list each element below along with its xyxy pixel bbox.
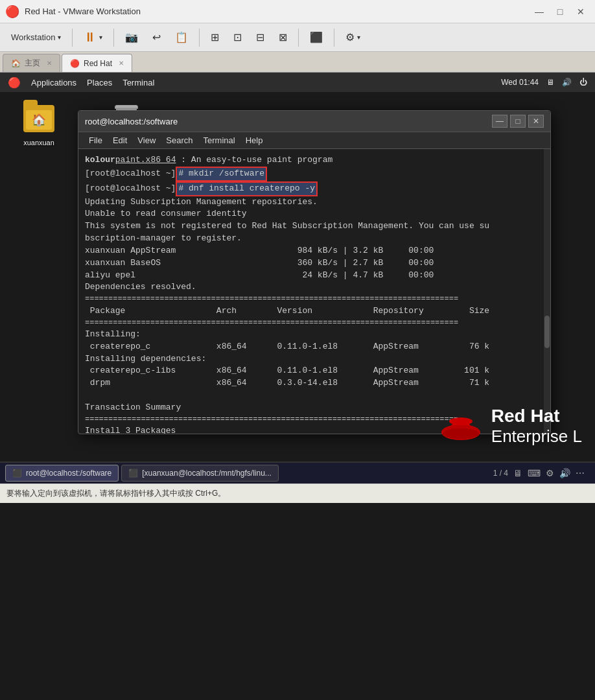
close-button[interactable]: ✕ <box>572 5 590 18</box>
terminal-search-menu[interactable]: Search <box>161 134 198 147</box>
terminal-file-menu[interactable]: File <box>84 134 108 147</box>
gnome-bar: 🔴 Applications Places Terminal Wed 01:44… <box>0 73 595 92</box>
redhat-tab-icon: 🔴 <box>70 59 80 68</box>
terminal-line-4: Unable to read consumer identity <box>85 208 544 220</box>
desktop-icon-xuanxuan[interactable]: 🏠 xuanxuan <box>13 101 65 150</box>
workstation-menu[interactable]: Workstation ▾ <box>5 29 67 45</box>
taskbar-item-xuanxuan[interactable]: ⬛ [xuanxuan@localhost:/mnt/hgfs/linu... <box>121 465 279 482</box>
gnome-bar-right: Wed 01:44 🖥 🔊 ⏻ <box>501 78 587 87</box>
terminal-line-7: xuanxuan AppStream 984 kB/s | 3.2 kB 00:… <box>85 245 544 257</box>
terminal-close-btn[interactable]: ✕ <box>528 115 544 128</box>
terminal-help-menu[interactable]: Help <box>240 134 268 147</box>
minimize-button[interactable]: — <box>530 5 548 18</box>
taskbar-item-root[interactable]: ⬛ root@localhost:/software <box>5 465 119 482</box>
terminal-title: root@localhost:/software <box>85 117 178 126</box>
titlebar: 🔴 Red Hat - VMware Workstation — □ ✕ <box>0 0 595 23</box>
tray-icon-network: 🖥 <box>513 468 522 478</box>
power-icon[interactable]: ⏻ <box>579 78 587 87</box>
terminal-window: root@localhost:/software — □ ✕ File Edit… <box>78 110 551 434</box>
pause-dropdown-icon: ▾ <box>99 34 102 41</box>
terminal-terminal-menu[interactable]: Terminal <box>198 134 240 147</box>
terminal-icon: ⬛ <box>310 31 323 43</box>
taskbar-root-label: root@localhost:/software <box>26 469 111 478</box>
toolbar-separator-3 <box>199 29 200 47</box>
home-tab-label: 主页 <box>25 58 40 69</box>
terminal-line-9: aliyu epel 24 kB/s | 4.7 kB 00:00 <box>85 270 544 282</box>
workstation-label: Workstation <box>11 32 55 42</box>
folder-home-icon: 🏠 <box>32 113 46 127</box>
view-icon: ⊞ <box>211 31 219 43</box>
desktop: 🏠 xuanxuan Trash roo <box>0 92 595 461</box>
folder-icon: 🏠 <box>23 105 54 136</box>
terminal-line-1: [root@localhost ~]# mkdir /software <box>85 167 544 181</box>
redhat-tab-close[interactable]: ✕ <box>119 60 124 67</box>
applications-menu[interactable]: Applications <box>31 78 76 88</box>
terminal-menu[interactable]: Terminal <box>122 78 154 88</box>
terminal-minimize-btn[interactable]: — <box>492 115 508 128</box>
terminal-view-menu[interactable]: View <box>132 134 161 147</box>
terminal-edit-menu[interactable]: Edit <box>108 134 132 147</box>
workstation-dropdown-icon: ▾ <box>58 34 61 41</box>
terminal-blank <box>85 390 544 402</box>
places-menu[interactable]: Places <box>87 78 112 88</box>
terminal-window-controls: — □ ✕ <box>492 115 544 128</box>
tray-icon-keyboard: ⌨ <box>528 468 541 478</box>
snapshot-button[interactable]: 📷 <box>119 28 144 47</box>
view-button[interactable]: ⊞ <box>205 28 225 47</box>
unity-button[interactable]: ⊟ <box>250 28 270 47</box>
tray-icon-more[interactable]: ⋯ <box>576 468 585 478</box>
terminal-line-8: xuanxuan BaseOS 360 kB/s | 2.7 kB 00:00 <box>85 257 544 270</box>
unity-icon: ⊟ <box>256 31 264 43</box>
terminal-separator-2: ========================================… <box>85 318 544 329</box>
terminal-taskbar-icon: ⬛ <box>12 469 22 478</box>
terminal-maximize-btn[interactable]: □ <box>510 115 526 128</box>
settings-icon: ⚙ <box>345 31 355 43</box>
toolbar-separator-4 <box>298 29 299 47</box>
titlebar-left: 🔴 Red Hat - VMware Workstation <box>5 5 141 19</box>
tab-redhat[interactable]: 🔴 Red Hat ✕ <box>62 54 132 72</box>
stretch-button[interactable]: ⊠ <box>273 28 293 47</box>
terminal-button[interactable]: ⬛ <box>304 28 329 47</box>
terminal-scrollbar-thumb[interactable] <box>544 316 550 348</box>
gnome-bar-left: 🔴 Applications Places Terminal <box>8 76 154 89</box>
terminal-scrollbar[interactable] <box>544 149 550 434</box>
sound-icon[interactable]: 🔊 <box>562 78 572 87</box>
terminal-dep-header: Installing dependencies: <box>85 353 544 366</box>
snapshot-icon: 📷 <box>125 31 138 43</box>
pause-button[interactable]: ⏸ ▾ <box>78 27 108 48</box>
redhat-hat-logo <box>438 403 484 449</box>
datetime-display: Wed 01:44 <box>501 78 539 87</box>
terminal-pkg-2: createrepo_c-libs x86_64 0.11.0-1.el8 Ap… <box>85 365 544 377</box>
revert-button[interactable]: ↩ <box>146 28 167 47</box>
titlebar-controls: — □ ✕ <box>530 5 590 18</box>
settings-button[interactable]: ⚙ ▾ <box>340 28 366 47</box>
network-icon: 🖥 <box>546 78 554 87</box>
toolbar-separator-1 <box>72 29 73 47</box>
maximize-button[interactable]: □ <box>551 5 569 18</box>
redhat-tab-label: Red Hat <box>84 59 112 68</box>
terminal-content[interactable]: kolourpaint.x86_64 : An easy-to-use pain… <box>78 149 550 434</box>
svg-point-2 <box>449 417 472 425</box>
terminal-pkg-1: createrepo_c x86_64 0.11.0-1.el8 AppStre… <box>85 341 544 353</box>
terminal-menu-bar: File Edit View Search Terminal Help <box>78 132 550 149</box>
snapshot-manager-button[interactable]: 📋 <box>169 28 194 47</box>
toolbar-separator-2 <box>113 29 114 47</box>
terminal-pkg-3: drpm x86_64 0.3.0-14.el8 AppStream 71 k <box>85 377 544 390</box>
enterprise-label: Enterprise L <box>491 426 582 447</box>
home-tab-close[interactable]: ✕ <box>47 60 52 67</box>
fullscreen-button[interactable]: ⊡ <box>228 28 248 47</box>
hint-bar: 要将输入定向到该虚拟机，请将鼠标指针移入其中或按 Ctrl+G。 <box>0 484 595 503</box>
tab-home[interactable]: 🏠 主页 ✕ <box>3 54 60 72</box>
terminal2-taskbar-icon: ⬛ <box>128 469 138 478</box>
redhat-branding: Red Hat Enterprise L <box>438 403 582 449</box>
tray-icon-settings[interactable]: ⚙ <box>546 468 554 478</box>
hint-text: 要将输入定向到该虚拟机，请将鼠标指针移入其中或按 Ctrl+G。 <box>6 488 226 499</box>
tray-icon-sound[interactable]: 🔊 <box>559 468 570 478</box>
home-tab-icon: 🏠 <box>11 59 21 68</box>
fullscreen-icon: ⊡ <box>233 31 242 43</box>
terminal-line-3: Updating Subscription Management reposit… <box>85 196 544 209</box>
terminal-installing-header: Installing: <box>85 329 544 341</box>
terminal-line-5: This system is not registered to Red Hat… <box>85 220 544 233</box>
revert-icon: ↩ <box>152 31 161 43</box>
snapshot-manager-icon: 📋 <box>175 31 188 43</box>
